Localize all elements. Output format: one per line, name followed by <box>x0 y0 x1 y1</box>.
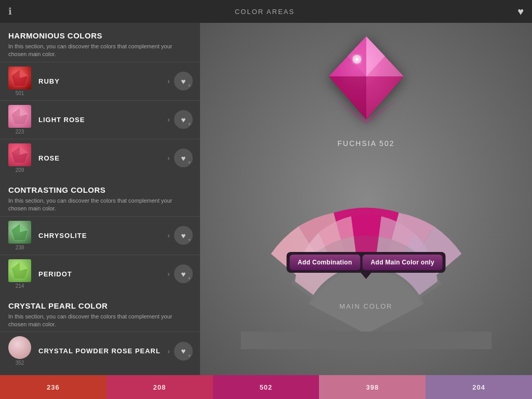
pearl-number: 352 <box>16 360 24 366</box>
lightrose-plus-icon: + <box>188 122 191 127</box>
list-item-lightrose[interactable]: 223 LIGHT ROSE › ♥ + <box>0 100 200 139</box>
crystal-svg <box>320 32 413 136</box>
peridot-heart-btn[interactable]: ♥ + <box>174 264 193 283</box>
list-item-rose[interactable]: 209 ROSE › ♥ + <box>0 139 200 177</box>
chrysolite-name: CHRYSOLITE <box>38 232 165 240</box>
crystalpearl-heart-icon: ♥ <box>181 347 186 355</box>
chrysolite-plus-icon: + <box>188 237 191 243</box>
main-content: HARMONIOUS COLORS In this section, you c… <box>0 23 532 375</box>
svg-marker-18 <box>329 76 366 119</box>
svg-rect-25 <box>241 331 491 349</box>
lightrose-heart-btn[interactable]: ♥ + <box>174 110 193 129</box>
section-contrasting-title: CONTRASTING COLORS <box>8 185 192 194</box>
crystal-container: FUCHSIA 502 <box>320 32 413 148</box>
crystal-name: FUCHSIA 502 <box>338 139 395 148</box>
lightrose-name: LIGHT ROSE <box>38 116 165 124</box>
peridot-chevron: › <box>167 270 170 278</box>
main-color-label: MAIN COLOR <box>339 302 392 310</box>
section-contrasting-header: CONTRASTING COLORS In this section, you … <box>0 177 200 216</box>
gem-chrysolite-container: 238 <box>7 221 32 250</box>
info-icon[interactable]: ℹ <box>8 6 12 17</box>
rose-heart-btn[interactable]: ♥ + <box>174 149 193 167</box>
gem-pearl-container: 352 <box>7 336 32 366</box>
gem-rose-container: 209 <box>7 143 32 173</box>
section-crystal-title: CRYSTAL PEARL COLOR <box>8 301 192 310</box>
bottom-bar: 236 208 502 398 204 <box>0 375 532 399</box>
lightrose-number: 223 <box>16 129 24 135</box>
rose-number: 209 <box>16 167 24 173</box>
gem-ruby-container: 501 <box>7 66 32 96</box>
section-contrasting-desc: In this section, you can discover the co… <box>8 197 192 213</box>
section-harmonious-desc: In this section, you can discover the co… <box>8 43 192 59</box>
swatch-398[interactable]: 398 <box>319 375 425 399</box>
gem-peridot-image <box>8 259 31 282</box>
swatch-236[interactable]: 236 <box>0 375 107 399</box>
section-crystal-desc: In this section, you can discover the co… <box>8 313 192 329</box>
list-item-chrysolite[interactable]: 238 CHRYSOLITE › ♥ + <box>0 216 200 255</box>
crystalpearl-chevron: › <box>167 347 170 355</box>
gem-chrysolite-image <box>8 221 31 244</box>
peridot-number: 214 <box>16 283 24 289</box>
gem-lightrose-container: 223 <box>7 105 32 135</box>
gem-lightrose-image <box>8 105 31 128</box>
swatch-502[interactable]: 502 <box>213 375 320 399</box>
peridot-plus-icon: + <box>188 276 191 281</box>
swatch-208[interactable]: 208 <box>107 375 213 399</box>
ruby-heart-icon: ♥ <box>181 77 186 86</box>
add-combination-button[interactable]: Add Combination <box>289 255 360 270</box>
top-bar: ℹ COLOR AREAS ♥ <box>0 0 532 23</box>
list-item-crystalpearl[interactable]: 352 CRYSTAL POWDER ROSE PEARL › ♥ + <box>0 331 200 370</box>
list-item-ruby[interactable]: 501 RUBY › ♥ + <box>0 62 200 100</box>
section-crystal-header: CRYSTAL PEARL COLOR In this section, you… <box>0 293 200 332</box>
add-main-color-button[interactable]: Add Main Color only <box>363 255 443 270</box>
popup-container: Add Combination Add Main Color only <box>286 252 446 279</box>
sidebar: HARMONIOUS COLORS In this section, you c… <box>0 23 200 375</box>
gem-ruby-image <box>8 66 31 89</box>
section-harmonious-header: HARMONIOUS COLORS In this section, you c… <box>0 23 200 62</box>
favorite-icon[interactable]: ♥ <box>517 6 524 18</box>
crystalpearl-heart-btn[interactable]: ♥ + <box>174 342 193 361</box>
swatch-204[interactable]: 204 <box>425 375 532 399</box>
page-title: COLOR AREAS <box>12 8 517 16</box>
svg-point-23 <box>355 58 358 61</box>
gem-rose-image <box>8 143 31 166</box>
section-harmonious-title: HARMONIOUS COLORS <box>8 31 192 40</box>
right-panel: FUCHSIA 502 <box>200 23 532 375</box>
chrysolite-heart-icon: ♥ <box>181 231 186 240</box>
lightrose-heart-icon: ♥ <box>181 115 186 124</box>
ruby-number: 501 <box>16 90 24 96</box>
svg-marker-19 <box>366 76 404 119</box>
crystalpearl-plus-icon: + <box>188 353 191 358</box>
gem-peridot-container: 214 <box>7 259 32 289</box>
ruby-heart-btn[interactable]: ♥ + <box>174 72 193 90</box>
peridot-heart-icon: ♥ <box>181 270 186 278</box>
chrysolite-number: 238 <box>16 245 24 250</box>
rose-heart-icon: ♥ <box>181 154 186 163</box>
ruby-chevron: › <box>167 77 170 85</box>
lightrose-chevron: › <box>167 115 170 124</box>
gem-pearl-image <box>8 336 31 359</box>
peridot-name: PERIDOT <box>38 270 165 278</box>
crystalpearl-name: CRYSTAL POWDER ROSE PEARL <box>38 347 165 355</box>
ruby-plus-icon: + <box>188 83 191 88</box>
rose-name: ROSE <box>38 154 165 162</box>
popup-arrow <box>361 273 371 279</box>
list-item-peridot[interactable]: 214 PERIDOT › ♥ + <box>0 255 200 293</box>
popup-buttons: Add Combination Add Main Color only <box>286 252 446 273</box>
chrysolite-heart-btn[interactable]: ♥ + <box>174 226 193 245</box>
ruby-name: RUBY <box>38 77 165 85</box>
rose-chevron: › <box>167 154 170 162</box>
chrysolite-chevron: › <box>167 231 170 240</box>
rose-plus-icon: + <box>188 160 191 165</box>
